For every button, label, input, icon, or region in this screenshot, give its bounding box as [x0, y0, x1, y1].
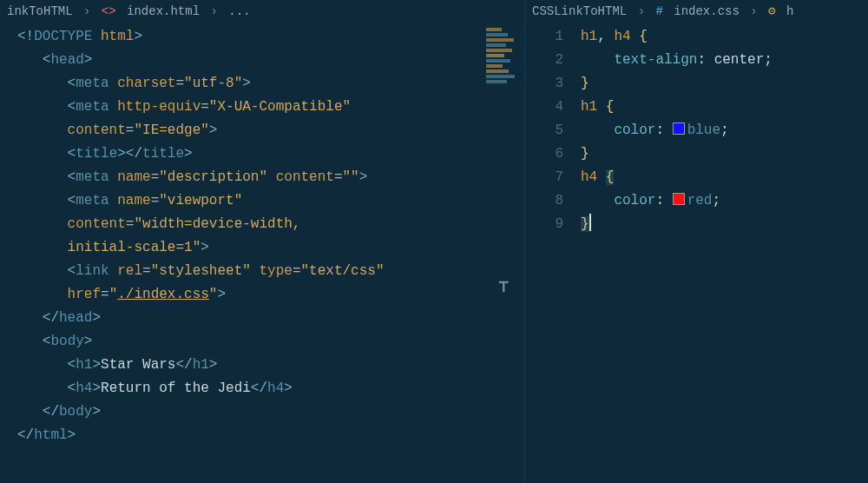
split-editor: inkToHTML › <> index.html › ... <!DOCTYP…	[0, 0, 868, 483]
code-token: color	[614, 193, 655, 208]
code-token: </	[175, 357, 192, 373]
code-line[interactable]: h1 {	[581, 96, 773, 119]
breadcrumb-right[interactable]: CSSLinkToHTML › # index.css › ⚙ h	[525, 0, 868, 23]
code-token: h1	[193, 357, 209, 373]
code-line[interactable]: h4 {	[581, 166, 773, 189]
code-token: >	[242, 76, 251, 91]
code-line[interactable]: }	[581, 142, 773, 166]
line-number: 5	[525, 119, 563, 142]
code-token: :	[697, 52, 713, 68]
line-number: 6	[525, 142, 563, 166]
code-line[interactable]: </head>	[17, 307, 385, 330]
editor-pane-css: CSSLinkToHTML › # index.css › ⚙ h 123456…	[525, 0, 868, 483]
code-line[interactable]: <h1>Star Wars</h1>	[17, 354, 385, 377]
bc-file[interactable]: index.html	[127, 4, 200, 18]
code-line[interactable]: <head>	[17, 49, 385, 72]
code-line[interactable]: <meta name="description" content="">	[17, 166, 385, 189]
code-token: h1	[76, 357, 92, 373]
code-token: >	[92, 357, 101, 373]
code-token: >	[117, 146, 126, 162]
chevron-right-icon: ›	[210, 4, 217, 18]
code-line[interactable]: <meta charset="utf-8">	[17, 72, 385, 96]
code-line[interactable]: }	[581, 213, 773, 236]
bc-file[interactable]: index.css	[674, 4, 740, 18]
code-line[interactable]: color: blue;	[581, 119, 773, 142]
code-token: >	[92, 404, 101, 420]
code-line[interactable]: <meta name="viewport"	[17, 189, 385, 213]
breadcrumb-left[interactable]: inkToHTML › <> index.html › ...	[0, 0, 524, 23]
code-token: DOCTYPE	[34, 29, 101, 44]
line-number: 4	[525, 96, 563, 119]
code-line[interactable]: href="./index.css">	[17, 283, 385, 307]
code-token: type	[259, 263, 292, 279]
code-line[interactable]: <meta http-equiv="X-UA-Compatible"	[17, 96, 385, 119]
bc-folder[interactable]: CSSLinkToHTML	[532, 4, 627, 18]
code-token: :	[655, 193, 672, 208]
code-token: h4	[614, 29, 630, 44]
chevron-right-icon: ›	[638, 4, 645, 18]
code-line[interactable]: content="width=device-width,	[17, 213, 385, 236]
code-line[interactable]: text-align: center;	[581, 49, 773, 72]
code-token: "text/css"	[301, 263, 385, 279]
html-file-icon: <>	[102, 4, 116, 18]
code-line[interactable]: <link rel="stylesheet" type="text/css"	[17, 260, 385, 283]
code-token	[581, 122, 614, 138]
code-token: <!	[17, 29, 34, 44]
code-line[interactable]: content="IE=edge">	[17, 119, 385, 142]
code-token: h4	[76, 380, 92, 396]
code-token	[17, 310, 43, 326]
code-line[interactable]: color: red;	[581, 189, 773, 213]
code-token: <	[43, 52, 51, 68]
bc-more[interactable]: ...	[228, 4, 250, 18]
code-line[interactable]: h1, h4 {	[581, 25, 773, 49]
code-token: text-align	[614, 52, 697, 68]
code-token: >	[284, 380, 293, 396]
code-line[interactable]: <body>	[17, 330, 385, 354]
code-line[interactable]: <title></title>	[17, 142, 385, 166]
bc-symbol[interactable]: h	[786, 4, 793, 18]
code-token: >	[201, 240, 209, 255]
code-token	[17, 169, 68, 185]
code-line[interactable]: <!DOCTYPE html>	[17, 25, 385, 49]
code-token: }	[581, 216, 589, 232]
code-token: "	[109, 287, 118, 302]
code-token	[17, 216, 68, 232]
code-token: <	[68, 99, 76, 115]
code-line[interactable]: </body>	[17, 400, 385, 424]
code-token	[267, 169, 276, 185]
line-gutter: 123456789	[525, 23, 572, 483]
code-token: color	[614, 122, 655, 138]
code-token: content	[68, 122, 126, 138]
code-token: <	[68, 380, 76, 396]
code-line[interactable]: <h4>Return of the Jedi</h4>	[17, 377, 385, 400]
code-token	[17, 99, 68, 115]
code-token	[17, 404, 43, 420]
code-token	[17, 146, 68, 162]
code-editor-html[interactable]: <!DOCTYPE html> <head> <meta charset="ut…	[0, 23, 524, 483]
symbol-icon: ⚙	[768, 4, 775, 18]
code-token: <	[68, 357, 76, 373]
code-token: name	[117, 169, 150, 185]
code-token: head	[59, 310, 92, 326]
code-token: <	[68, 146, 76, 162]
code-token	[17, 263, 68, 279]
code-token: :	[655, 122, 672, 138]
code-token: blue	[687, 122, 720, 138]
code-line[interactable]: </html>	[17, 424, 385, 447]
code-token: <	[43, 334, 51, 349]
code-token: >	[209, 122, 218, 138]
code-token	[17, 52, 43, 68]
code-token: "stylesheet"	[151, 263, 251, 279]
code-line[interactable]: }	[581, 72, 773, 96]
code-token: link	[76, 263, 117, 279]
code-token: >	[209, 357, 218, 373]
code-token	[17, 334, 43, 349]
code-token: title	[76, 146, 117, 162]
bc-folder[interactable]: inkToHTML	[7, 4, 73, 18]
code-token: meta	[76, 193, 117, 208]
code-token: meta	[76, 76, 117, 91]
code-line[interactable]: initial-scale=1">	[17, 236, 385, 260]
code-token: {	[639, 29, 648, 44]
code-editor-css[interactable]: 123456789 h1, h4 { text-align: center;}h…	[525, 23, 868, 483]
code-token: href	[68, 287, 101, 302]
